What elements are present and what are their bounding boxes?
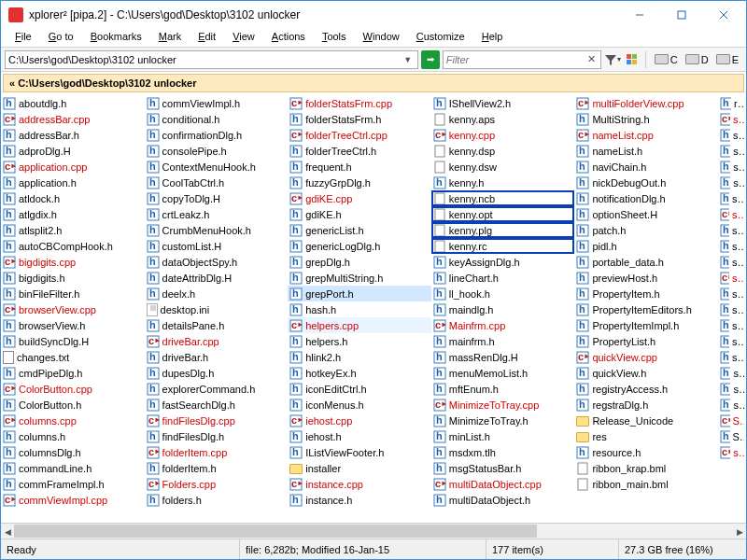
file-item[interactable]: c‣std (718, 444, 746, 460)
file-item[interactable]: c‣multiFolderView.cpp (574, 95, 718, 111)
menu-actions[interactable]: Actions (263, 29, 314, 47)
file-item[interactable]: hresource.h (574, 444, 718, 460)
file-item[interactable]: c‣browserView.cpp (1, 301, 145, 317)
file-item[interactable]: hCoolTabCtrl.h (145, 175, 289, 190)
file-item[interactable]: kenny.rc (431, 238, 575, 254)
drive-d[interactable]: D (682, 54, 712, 65)
file-item[interactable]: hportable_data.h (574, 254, 718, 270)
file-item[interactable]: hshe (718, 301, 746, 317)
file-item[interactable]: hContextMenuHook.h (145, 159, 289, 175)
file-item[interactable]: hconsolePipe.h (145, 143, 289, 159)
file-item[interactable]: hiconMenus.h (288, 397, 431, 413)
file-item[interactable]: hatldock.h (1, 190, 145, 206)
file-item[interactable]: hmainfrm.h (431, 333, 575, 349)
file-item[interactable]: hIListViewFooter.h (288, 444, 431, 460)
file-item[interactable]: hpatch.h (574, 222, 718, 238)
file-item[interactable]: ribbon_krap.bml (574, 460, 718, 476)
file-item[interactable]: c‣application.cpp (1, 159, 145, 175)
file-item[interactable]: c‣Sta (718, 413, 746, 428)
file-item[interactable]: hmenuMemoList.h (431, 365, 575, 381)
file-item[interactable]: hsid (718, 365, 746, 381)
menu-edit[interactable]: Edit (190, 29, 224, 47)
file-item[interactable]: kenny.dsw (431, 159, 575, 175)
minimize-button[interactable] (618, 1, 660, 29)
file-item[interactable]: hPropertyItemImpl.h (574, 317, 718, 333)
file-item[interactable]: installer (288, 460, 431, 476)
filter-input[interactable] (446, 54, 585, 65)
file-item[interactable]: hshe (718, 286, 746, 301)
address-input[interactable] (8, 54, 402, 65)
file-item[interactable]: hMultiString.h (574, 111, 718, 127)
file-item[interactable]: hdataObjectSpy.h (145, 254, 289, 270)
file-item[interactable]: c‣instance.cpp (288, 476, 431, 492)
view-mode-icon[interactable] (624, 51, 641, 68)
file-item[interactable]: res (574, 428, 718, 444)
file-item[interactable]: hinstance.h (288, 492, 431, 508)
file-item[interactable]: hfolders.h (145, 492, 289, 508)
file-item[interactable]: hnickDebugOut.h (574, 175, 718, 190)
file-item[interactable]: hkenny.h (431, 175, 575, 190)
file-item[interactable]: hsar (718, 127, 746, 143)
file-item[interactable]: hgrepPort.h (288, 286, 431, 301)
file-item[interactable]: hatlgdix.h (1, 206, 145, 222)
file-item[interactable]: hshe (718, 333, 746, 349)
file-item[interactable]: hPropertyList.h (574, 333, 718, 349)
file-item[interactable]: c‣nameList.cpp (574, 127, 718, 143)
file-item[interactable]: c‣driveBar.cpp (145, 333, 289, 349)
file-item[interactable]: hscr (718, 143, 746, 159)
file-item[interactable]: desktop.ini (145, 301, 289, 317)
file-item[interactable]: hfolderTreeCtrl.h (288, 143, 431, 159)
file-item[interactable]: hPropertyItemEditors.h (574, 301, 718, 317)
address-dropdown-icon[interactable]: ▼ (402, 55, 415, 64)
file-item[interactable]: hkeyAssignDlg.h (431, 254, 575, 270)
file-item[interactable]: hshe (718, 222, 746, 238)
file-item[interactable]: hdeelx.h (145, 286, 289, 301)
file-item[interactable]: c‣findFilesDlg.cpp (145, 413, 289, 428)
file-item[interactable]: kenny.ncb (431, 190, 575, 206)
file-item[interactable]: hll_hook.h (431, 286, 575, 301)
file-item[interactable]: hcrtLeakz.h (145, 206, 289, 222)
file-item[interactable]: hmaindlg.h (431, 301, 575, 317)
file-item[interactable]: hnaviChain.h (574, 159, 718, 175)
file-item[interactable]: hcolumnsDlg.h (1, 444, 145, 460)
scroll-thumb[interactable] (14, 525, 537, 538)
file-item[interactable]: kenny.opt (431, 206, 575, 222)
file-item[interactable]: hmsdxm.tlh (431, 444, 575, 460)
filter-clear-icon[interactable]: ✕ (585, 53, 598, 65)
file-item[interactable]: c‣ColorButton.cpp (1, 381, 145, 397)
menu-customize[interactable]: Customize (408, 29, 473, 47)
file-item[interactable]: happlication.h (1, 175, 145, 190)
file-item[interactable]: hshe (718, 349, 746, 365)
file-item[interactable]: hColorButton.h (1, 397, 145, 413)
file-item[interactable]: c‣bigdigits.cpp (1, 254, 145, 270)
file-item[interactable]: c‣folderStatsFrm.cpp (288, 95, 431, 111)
menu-file[interactable]: File (7, 29, 40, 47)
file-item[interactable]: hspl (718, 397, 746, 413)
file-item[interactable]: hPropertyItem.h (574, 286, 718, 301)
file-item[interactable]: hoptionSheet.H (574, 206, 718, 222)
file-item[interactable]: c‣folderTreeCtrl.cpp (288, 127, 431, 143)
filter-funnel-icon[interactable]: ▾ (604, 51, 621, 68)
file-item[interactable]: hshe (718, 238, 746, 254)
file-item[interactable]: hregstraDlg.h (574, 397, 718, 413)
file-item[interactable]: c‣Folders.cpp (145, 476, 289, 492)
file-item[interactable]: hCrumbMenuHook.h (145, 222, 289, 238)
file-item[interactable]: hcustomList.H (145, 238, 289, 254)
menu-bookmarks[interactable]: Bookmarks (82, 29, 150, 47)
file-item[interactable]: hhlink2.h (288, 349, 431, 365)
file-item[interactable]: hfolderStatsFrm.h (288, 111, 431, 127)
file-item[interactable]: c‣addressBar.cpp (1, 111, 145, 127)
file-item[interactable]: hshe (718, 254, 746, 270)
menu-view[interactable]: View (224, 29, 263, 47)
file-item[interactable]: hfrequent.h (288, 159, 431, 175)
file-item[interactable]: haboutdlg.h (1, 95, 145, 111)
file-item[interactable]: hdetailsPane.h (145, 317, 289, 333)
file-item[interactable]: hpreviewHost.h (574, 270, 718, 286)
file-item[interactable]: hadproDlg.H (1, 143, 145, 159)
file-item[interactable]: c‣she (718, 206, 746, 222)
file-item[interactable]: hhelpers.h (288, 333, 431, 349)
menu-tools[interactable]: Tools (314, 29, 355, 47)
file-item[interactable]: c‣folderItem.cpp (145, 444, 289, 460)
go-button[interactable]: ➡ (421, 50, 440, 69)
close-button[interactable] (702, 1, 744, 29)
